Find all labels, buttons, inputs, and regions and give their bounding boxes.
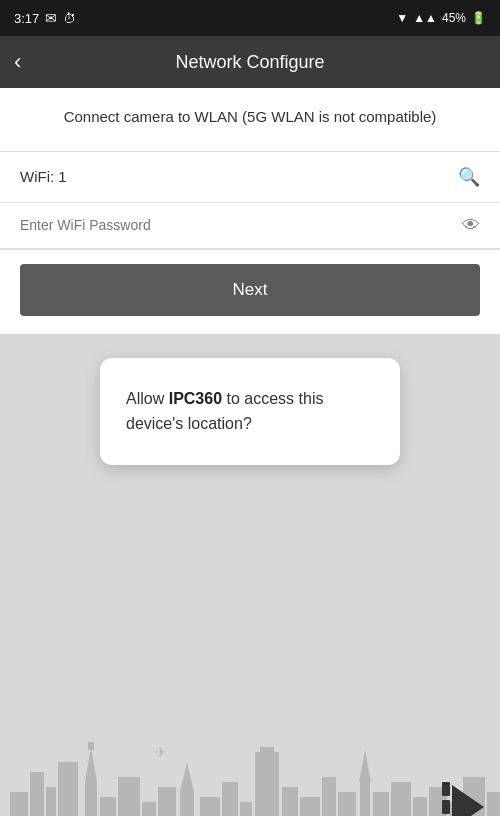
svg-marker-6 xyxy=(85,747,97,782)
info-text: Connect camera to WLAN (5G WLAN is not c… xyxy=(64,108,437,125)
svg-rect-1 xyxy=(10,792,28,817)
svg-rect-23 xyxy=(360,782,370,817)
svg-rect-16 xyxy=(240,802,252,817)
svg-rect-20 xyxy=(300,797,320,817)
svg-rect-17 xyxy=(255,752,279,817)
gray-area: Allow IPC360 to access this device's loc… xyxy=(0,334,500,817)
svg-marker-24 xyxy=(359,750,371,782)
svg-rect-31 xyxy=(487,792,500,817)
wifi-label: WiFi: xyxy=(20,168,54,185)
status-right: ▼ ▲▲ 45% 🔋 xyxy=(396,11,486,25)
arrow-line-2 xyxy=(442,800,450,814)
battery-icon: 🔋 xyxy=(471,11,486,25)
arrow-triangle xyxy=(452,785,484,817)
back-button[interactable]: ‹ xyxy=(14,49,21,75)
wifi-row: WiFi: 1 🔍 xyxy=(0,152,500,203)
svg-rect-27 xyxy=(413,797,427,817)
wifi-value: 1 xyxy=(58,168,458,185)
message-icon: ✉ xyxy=(45,10,57,26)
svg-rect-4 xyxy=(58,762,78,817)
next-button-section: Next xyxy=(0,250,500,334)
svg-rect-26 xyxy=(391,782,411,817)
battery-display: 45% xyxy=(442,11,466,25)
signal-icon: ▼ xyxy=(396,11,408,25)
eye-icon[interactable]: 👁 xyxy=(462,215,480,236)
skyline-illustration: ✈ xyxy=(0,732,500,817)
svg-rect-3 xyxy=(46,787,56,817)
bottom-arrow[interactable] xyxy=(442,782,484,817)
svg-rect-10 xyxy=(142,802,156,817)
svg-rect-22 xyxy=(338,792,356,817)
svg-rect-9 xyxy=(118,777,140,817)
status-bar: 3:17 ✉ ⏱ ▼ ▲▲ 45% 🔋 xyxy=(0,0,500,36)
svg-marker-13 xyxy=(180,762,194,792)
svg-rect-21 xyxy=(322,777,336,817)
svg-rect-15 xyxy=(222,782,238,817)
svg-rect-19 xyxy=(282,787,298,817)
arrow-lines xyxy=(442,782,450,817)
dialog-card: Allow IPC360 to access this device's loc… xyxy=(100,358,400,465)
svg-rect-11 xyxy=(158,787,176,817)
skyline-svg: ✈ xyxy=(0,732,500,817)
app-name: IPC360 xyxy=(169,390,222,407)
next-button[interactable]: Next xyxy=(20,264,480,316)
arrow-line-1 xyxy=(442,782,450,796)
nav-bar: ‹ Network Configure xyxy=(0,36,500,88)
password-input[interactable] xyxy=(20,217,462,233)
clock-icon: ⏱ xyxy=(63,11,76,26)
svg-rect-14 xyxy=(200,797,220,817)
dialog-text: Allow IPC360 to access this device's loc… xyxy=(126,386,374,437)
svg-rect-5 xyxy=(85,782,97,817)
svg-rect-18 xyxy=(260,747,274,757)
info-section: Connect camera to WLAN (5G WLAN is not c… xyxy=(0,88,500,152)
svg-rect-8 xyxy=(100,797,116,817)
svg-rect-2 xyxy=(30,772,44,817)
page-title: Network Configure xyxy=(175,52,324,73)
svg-rect-25 xyxy=(373,792,389,817)
svg-text:✈: ✈ xyxy=(155,744,167,760)
time-display: 3:17 xyxy=(14,11,39,26)
main-content: Connect camera to WLAN (5G WLAN is not c… xyxy=(0,88,500,334)
password-section: 👁 xyxy=(0,203,500,250)
svg-rect-12 xyxy=(180,792,194,817)
wifi-search-icon[interactable]: 🔍 xyxy=(458,166,480,188)
status-left: 3:17 ✉ ⏱ xyxy=(14,10,76,26)
signal-bars: ▲▲ xyxy=(413,11,437,25)
svg-rect-7 xyxy=(88,742,94,750)
